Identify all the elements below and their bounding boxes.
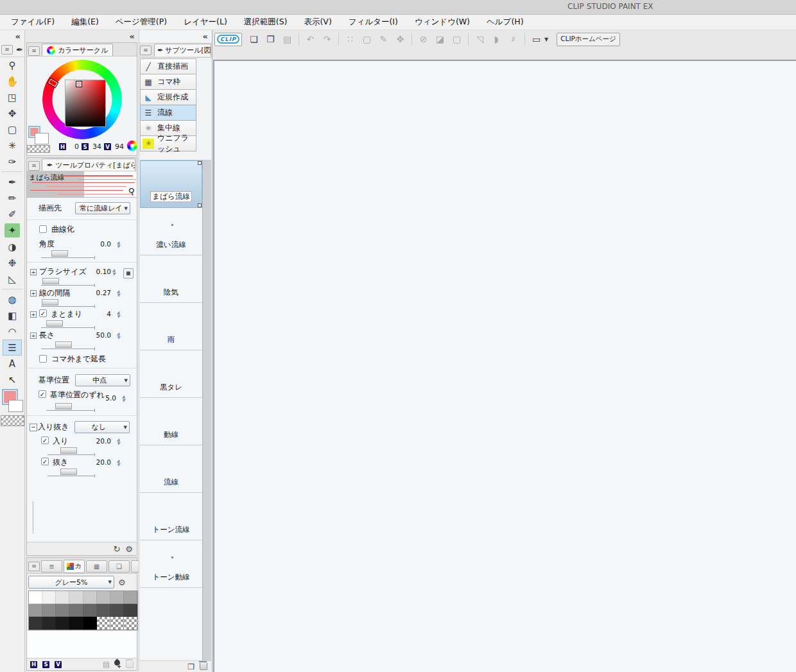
- menu-page[interactable]: ページ管理(P): [107, 15, 175, 30]
- color-swatch-18[interactable]: [56, 617, 69, 630]
- tab-tool-property[interactable]: ✒ ツールプロパティ[まばら流線: [42, 159, 135, 171]
- background-color-swatch[interactable]: [35, 133, 49, 144]
- menu-layer[interactable]: レイヤー(L): [175, 15, 236, 30]
- collapse-tool-panel-button[interactable]: «: [0, 30, 24, 42]
- panel-menu-icon[interactable]: ≡: [28, 46, 40, 56]
- destination-dropdown[interactable]: 常に流線レイ ▼: [75, 202, 130, 214]
- panel-menu-icon[interactable]: ≡: [28, 161, 40, 171]
- sub-tool-item-黒タレ[interactable]: 黒タレ: [140, 350, 202, 398]
- out-checkbox[interactable]: ✓: [41, 458, 49, 465]
- airbrush-tool[interactable]: ✦: [4, 223, 20, 237]
- sub-tool-group-定規作成[interactable]: ◣定規作成: [140, 89, 196, 105]
- pen-tool[interactable]: ✒: [3, 174, 22, 190]
- base-offset-slider[interactable]: [46, 404, 95, 411]
- collapse-middle-column-button[interactable]: «: [25, 30, 139, 42]
- color-swatch-5[interactable]: [97, 591, 110, 604]
- line-spacing-slider[interactable]: [41, 300, 95, 307]
- hue-sort-badge[interactable]: H: [30, 661, 37, 668]
- panel-menu-icon[interactable]: ≡: [1, 45, 13, 55]
- color-swatch-10[interactable]: [56, 604, 69, 617]
- menu-file[interactable]: ファイル(F): [3, 15, 63, 30]
- length-expand-button[interactable]: +: [30, 332, 37, 339]
- line-spacing-expand-button[interactable]: +: [30, 290, 37, 297]
- brush-size-expand-button[interactable]: +: [30, 269, 37, 275]
- color-swatch-17[interactable]: [42, 617, 56, 630]
- color-swatch-7[interactable]: [124, 591, 137, 604]
- color-swatch-23[interactable]: [124, 617, 137, 630]
- length-slider[interactable]: [41, 343, 95, 349]
- sub-tool-item-まばら流線[interactable]: まばら流線: [140, 160, 202, 208]
- angle-slider[interactable]: [41, 252, 95, 258]
- sub-tool-item-トーン動線[interactable]: トーン動線: [140, 540, 202, 588]
- zoom-tool[interactable]: ⚲: [3, 57, 22, 73]
- sub-tool-item-トーン流線[interactable]: トーン流線: [140, 493, 202, 540]
- edit-color-set-icon[interactable]: ⚙: [118, 578, 126, 587]
- eraser-tool[interactable]: ◺: [3, 271, 22, 287]
- color-swatch-8[interactable]: [29, 604, 42, 617]
- auto-select-tool[interactable]: ✳: [3, 137, 22, 153]
- menu-filter[interactable]: フィルター(I): [340, 15, 406, 30]
- menu-window[interactable]: ウィンドウ(W): [406, 15, 478, 30]
- add-color-icon[interactable]: +: [114, 660, 121, 669]
- menu-help[interactable]: ヘルプ(H): [478, 15, 532, 30]
- line-spacing-spinner[interactable]: ▲▼: [117, 290, 120, 297]
- sub-tool-item-雨[interactable]: 雨: [140, 303, 202, 350]
- base-offset-spinner[interactable]: ▲▼: [122, 395, 125, 402]
- color-swatch-14[interactable]: [110, 604, 124, 617]
- menu-select[interactable]: 選択範囲(S): [236, 15, 296, 30]
- color-swatch-2[interactable]: [56, 591, 69, 604]
- color-swatch-1[interactable]: [42, 591, 56, 604]
- base-position-dropdown[interactable]: 中点 ▼: [75, 374, 130, 386]
- color-swatch-12[interactable]: [83, 604, 97, 617]
- brush-size-slider[interactable]: [41, 279, 95, 286]
- preview-settings-icon[interactable]: ⚲: [127, 185, 136, 197]
- fill-tool[interactable]: ◍: [3, 291, 22, 307]
- menu-view[interactable]: 表示(V): [295, 15, 340, 30]
- tab-color-history[interactable]: ≣: [41, 560, 62, 573]
- color-swatch-21[interactable]: [97, 617, 110, 630]
- color-swatch-11[interactable]: [69, 604, 83, 617]
- grouping-spinner[interactable]: ▲▼: [117, 311, 120, 318]
- operation-tool[interactable]: ◳: [3, 89, 22, 105]
- clip-studio-button[interactable]: CLIP: [214, 33, 242, 46]
- value-sort-badge[interactable]: V: [55, 661, 62, 668]
- tab-color-circle[interactable]: カラーサークル: [42, 44, 113, 56]
- menu-edit[interactable]: 編集(E): [63, 15, 107, 30]
- stream-line-tool[interactable]: ☰: [3, 340, 22, 356]
- workspace-dropdown-arrow[interactable]: ▼: [544, 37, 548, 42]
- color-swatch-0[interactable]: [29, 591, 42, 604]
- saturation-sort-badge[interactable]: S: [42, 661, 49, 668]
- sub-tool-group-直接描画[interactable]: ╱直接描画: [140, 58, 196, 74]
- brush-size-unit-button[interactable]: [123, 268, 134, 279]
- transparent-color-swatch[interactable]: [27, 145, 50, 153]
- sub-tool-group-コマ枠[interactable]: ▦コマ枠: [140, 74, 196, 90]
- in-out-dropdown[interactable]: なし ▼: [74, 421, 130, 433]
- in-checkbox[interactable]: ✓: [41, 436, 49, 444]
- blend-tool[interactable]: ◑: [3, 239, 22, 255]
- sub-tool-item-流線[interactable]: 流線: [140, 445, 202, 493]
- grouping-slider[interactable]: [41, 322, 95, 328]
- color-swatch-3[interactable]: [69, 591, 83, 604]
- pencil-tool[interactable]: ✏: [3, 190, 22, 206]
- move-layer-tool[interactable]: ✥: [3, 105, 22, 121]
- copy-sub-tool-icon[interactable]: ❐: [187, 662, 195, 671]
- tab-color-set[interactable]: カ: [64, 560, 85, 573]
- color-swatch-22[interactable]: [110, 617, 124, 630]
- delete-sub-tool-icon[interactable]: [200, 663, 207, 670]
- sub-tool-scrollbar[interactable]: [202, 160, 211, 661]
- color-swatch-20[interactable]: [83, 617, 97, 630]
- base-offset-checkbox[interactable]: ✓: [39, 390, 46, 398]
- sv-square-marker[interactable]: [76, 81, 82, 87]
- new-canvas-icon[interactable]: ❏: [247, 33, 261, 46]
- sub-tool-item-濃い流線[interactable]: 濃い流線: [140, 208, 202, 255]
- text-tool[interactable]: A: [3, 356, 22, 372]
- brush-tool[interactable]: ✐: [3, 206, 22, 222]
- curve-checkbox[interactable]: ✓: [39, 225, 47, 233]
- tab-approximate-color[interactable]: ❏: [108, 560, 130, 573]
- clip-homepage-button[interactable]: CLIPホームページ: [557, 33, 620, 46]
- angle-spinner[interactable]: ▲▼: [117, 241, 120, 248]
- gradient-tool[interactable]: ◧: [3, 307, 22, 323]
- collapse-sub-tool-button[interactable]: «: [139, 30, 212, 42]
- panel-menu-icon[interactable]: ≡: [140, 46, 151, 55]
- saturation-value-square[interactable]: [65, 80, 106, 127]
